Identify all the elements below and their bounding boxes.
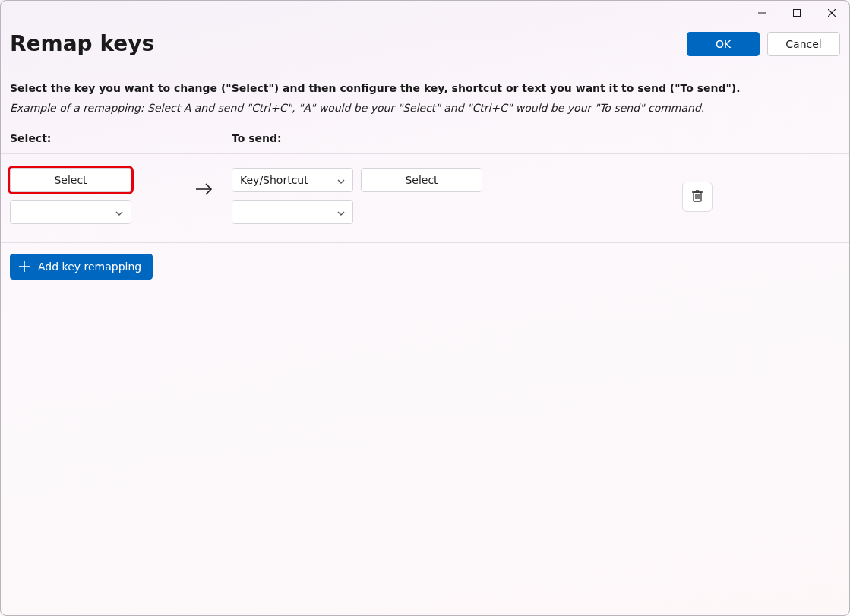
intro-line-1: Select the key you want to change ("Sele… [10,82,840,94]
window: Remap keys OK Cancel Select the key you … [0,0,850,616]
chevron-down-icon [337,206,345,218]
send-key-dropdown[interactable] [232,200,353,224]
add-row: Add key remapping [1,243,849,290]
maximize-button[interactable] [779,1,814,25]
svg-rect-1 [794,10,801,17]
send-type-dropdown[interactable]: Key/Shortcut [232,168,353,192]
select-key-dropdown[interactable] [10,200,131,224]
select-key-button[interactable]: Select [10,168,131,192]
title-bar-controls [744,1,849,25]
column-header-to-send: To send: [232,132,282,144]
send-select-button[interactable]: Select [361,168,482,192]
intro-text: Select the key you want to change ("Sele… [1,56,849,114]
column-headers: Select: To send: [1,114,849,154]
ok-button[interactable]: OK [687,32,760,56]
column-header-select: Select: [10,132,232,144]
mapping-to-send-column: Key/Shortcut Select [232,168,840,224]
chevron-down-icon [115,206,123,218]
add-key-remapping-button[interactable]: Add key remapping [10,254,153,280]
top-buttons: OK Cancel [687,32,840,56]
trash-icon [691,189,703,205]
header-row: Remap keys OK Cancel [1,1,849,56]
minimize-button[interactable] [744,1,779,25]
plus-icon [18,261,30,273]
intro-line-2: Example of a remapping: Select A and sen… [10,102,840,114]
cancel-button[interactable]: Cancel [767,32,840,56]
delete-mapping-button[interactable] [682,182,713,212]
mapping-row: Select Key/Shortcut [1,154,849,243]
close-button[interactable] [814,1,849,25]
delete-column [682,168,840,212]
send-type-dropdown-value: Key/Shortcut [240,174,308,186]
add-key-remapping-label: Add key remapping [38,261,141,273]
page-title: Remap keys [10,31,154,56]
mapping-select-column: Select [10,168,177,224]
arrow-icon [177,168,232,197]
chevron-down-icon [337,174,345,186]
